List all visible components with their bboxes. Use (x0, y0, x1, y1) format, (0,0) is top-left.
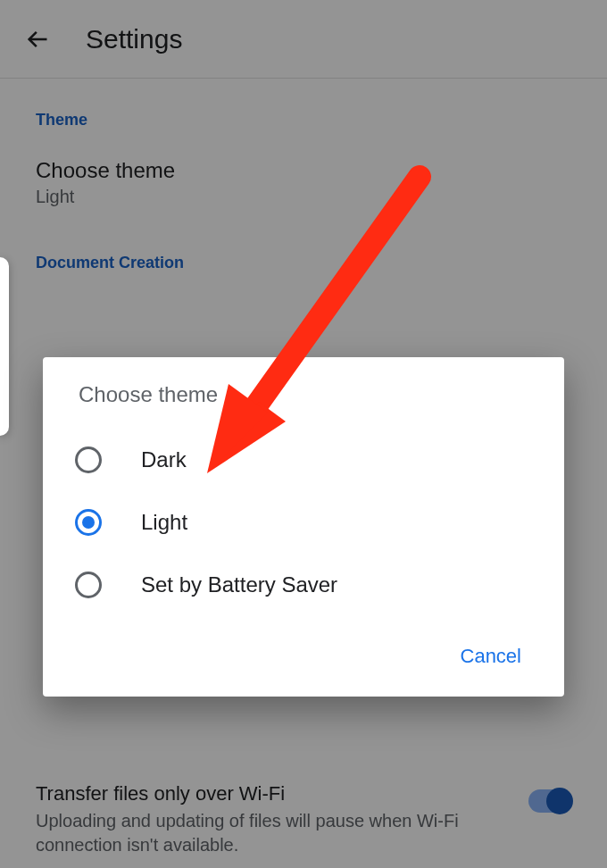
radio-icon (75, 509, 102, 536)
theme-option-label: Light (141, 510, 187, 535)
cancel-button[interactable]: Cancel (446, 638, 536, 675)
choose-theme-dialog: Choose theme Dark Light Set by Battery S… (43, 357, 564, 697)
theme-option-dark[interactable]: Dark (43, 429, 564, 491)
radio-icon (75, 447, 102, 473)
dialog-actions: Cancel (43, 616, 564, 686)
theme-option-label: Set by Battery Saver (141, 572, 337, 597)
theme-option-light[interactable]: Light (43, 491, 564, 554)
theme-option-battery[interactable]: Set by Battery Saver (43, 554, 564, 616)
radio-icon (75, 572, 102, 598)
theme-option-label: Dark (141, 447, 187, 472)
edge-handle[interactable] (0, 257, 9, 436)
dialog-title: Choose theme (43, 382, 564, 429)
